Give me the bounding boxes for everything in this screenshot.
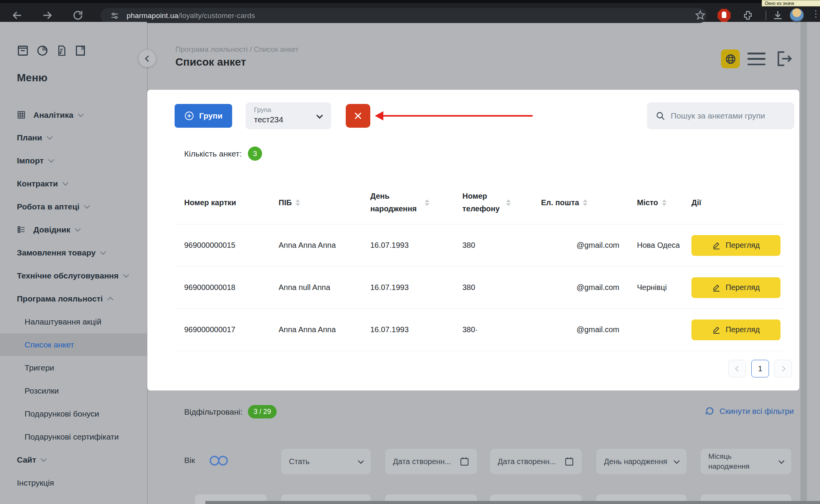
sidebar-collapse-button[interactable] — [139, 50, 156, 67]
profile-avatar[interactable] — [790, 8, 804, 22]
sidebar-item-label: Подарункові сертифікати — [25, 432, 119, 441]
view-button[interactable]: Перегляд — [691, 235, 780, 256]
sidebar-item-pharmacy-work[interactable]: Робота в аптеці — [0, 195, 147, 218]
search-input[interactable] — [671, 111, 786, 120]
column-header-name[interactable]: ПІБ — [279, 196, 370, 209]
pagination-prev-button[interactable] — [728, 360, 746, 377]
sort-icon[interactable] — [662, 199, 667, 206]
horizontal-scrollbar[interactable] — [205, 501, 820, 504]
sidebar-item-label: Замовлення товару — [17, 248, 96, 257]
book-icon[interactable] — [74, 44, 86, 57]
birth-month-filter[interactable]: Місяць народження — [701, 449, 791, 474]
table-row: 969000000017 Anna Anna Anna 16.07.1993 3… — [175, 309, 785, 351]
pagination-next-button[interactable] — [774, 360, 792, 377]
infinity-icon[interactable] — [208, 454, 229, 467]
gender-filter-label: Стать — [289, 457, 310, 466]
url-bar[interactable]: pharmapoint.ua/loyalty/customer-cards — [101, 8, 707, 23]
sidebar-item-customer-cards[interactable]: Список анкет — [0, 333, 147, 356]
cell-birthday: 16.07.1993 — [370, 325, 462, 334]
created-date-from-filter[interactable]: Дата створенн... — [385, 449, 477, 474]
created-date-to-filter[interactable]: Дата створенн... — [490, 449, 582, 474]
table-row: 969000000018 Anna null Anna 16.07.1993 3… — [175, 267, 785, 309]
sidebar-item-gift-certificates[interactable]: Подарункові сертифікати — [0, 425, 147, 448]
count-row: Кількість анкет: 3 — [184, 147, 262, 161]
extensions-icon[interactable] — [742, 10, 754, 21]
chevron-down-icon — [674, 458, 680, 464]
reload-icon[interactable] — [72, 10, 84, 21]
sidebar-item-label: Контракти — [17, 179, 58, 188]
column-header-email[interactable]: Ел. пошта — [541, 196, 637, 209]
menu-toggle-button[interactable] — [747, 53, 766, 65]
sidebar-item-triggers[interactable]: Тригери — [0, 356, 147, 379]
cell-card-number: 969000000018 — [184, 283, 279, 292]
sidebar-item-directory[interactable]: Довідник — [0, 218, 147, 241]
document-icon[interactable] — [56, 44, 67, 57]
url-text: pharmapoint.ua/loyalty/customer-cards — [127, 12, 255, 20]
sidebar-item-plans[interactable]: Плани — [0, 126, 147, 149]
vertical-scrollbar[interactable] — [800, 22, 807, 501]
sort-icon[interactable] — [425, 199, 429, 206]
sidebar-item-maintenance[interactable]: Технічне обслуговування — [0, 264, 147, 287]
column-header-birthday[interactable]: День народження — [370, 190, 462, 215]
sidebar-item-site[interactable]: Сайт — [0, 448, 147, 471]
created-to-label: Дата створенн... — [498, 457, 556, 466]
sidebar-item-label: Аналітика — [33, 110, 73, 120]
archive-icon[interactable] — [17, 44, 29, 57]
group-select-label: Група — [254, 106, 323, 114]
reset-filters-link[interactable]: Скинути всі фільтри — [705, 406, 794, 416]
group-select[interactable]: Група тест234 — [246, 102, 331, 129]
chevron-down-icon — [46, 133, 53, 140]
sidebar-item-import[interactable]: Імпорт — [0, 149, 147, 172]
sidebar-item-label: Розсилки — [25, 386, 59, 395]
sidebar-item-instruction[interactable]: Інструкція — [0, 471, 147, 494]
calendar-icon — [460, 456, 469, 467]
pie-chart-icon[interactable] — [36, 44, 49, 57]
filtered-label: Відфільтровані: — [184, 407, 243, 417]
sidebar-item-mailings[interactable]: Розсилки — [0, 379, 147, 402]
sidebar-item-analytics[interactable]: Аналітика — [0, 104, 147, 126]
birth-day-label: День народження — [604, 457, 667, 466]
arrowhead — [375, 111, 383, 120]
sidebar-item-gift-bonuses[interactable]: Подарункові бонуси — [0, 402, 147, 425]
cell-card-number: 969000000017 — [184, 325, 279, 334]
sidebar-item-contracts[interactable]: Контракти — [0, 172, 147, 195]
cell-name: Anna null Anna — [279, 283, 370, 292]
forward-icon[interactable] — [41, 10, 53, 21]
language-globe-button[interactable] — [721, 49, 740, 68]
sidebar: Меню Аналітика Плани Імпорт Контракти Ро… — [0, 22, 147, 504]
sidebar-item-goods-order[interactable]: Замовлення товару — [0, 241, 147, 264]
view-button[interactable]: Перегляд — [691, 320, 780, 340]
column-header-city[interactable]: Місто — [637, 196, 691, 209]
chevron-down-icon — [84, 203, 90, 209]
pagination-page-1[interactable]: 1 — [751, 360, 769, 377]
column-header-phone[interactable]: Номер телефону — [462, 190, 541, 215]
sidebar-item-label: Робота в аптеці — [17, 202, 79, 211]
sidebar-item-label: Налаштування акцій — [25, 317, 101, 326]
age-filter-label: Вік — [184, 456, 195, 465]
page-title: Список анкет — [175, 56, 246, 68]
site-info-icon[interactable] — [110, 11, 120, 21]
sort-icon[interactable] — [583, 199, 587, 206]
browser-menu-icon[interactable]: ⋮ — [811, 8, 820, 19]
download-icon[interactable] — [772, 10, 784, 21]
adblock-icon[interactable] — [718, 9, 731, 22]
chevron-down-icon — [78, 111, 84, 117]
sort-icon[interactable] — [295, 199, 300, 206]
birth-day-filter[interactable]: День народження — [596, 449, 686, 474]
sidebar-item-promo-settings[interactable]: Налаштування акцій — [0, 310, 147, 333]
sort-icon[interactable] — [506, 199, 511, 206]
search-box[interactable] — [647, 102, 794, 129]
logout-button[interactable] — [775, 49, 792, 69]
cell-birthday: 16.07.1993 — [370, 283, 462, 292]
chevron-down-icon — [123, 272, 129, 278]
back-icon[interactable] — [12, 10, 23, 21]
bookmark-star-icon[interactable] — [695, 10, 706, 21]
view-button[interactable]: Перегляд — [691, 277, 780, 298]
groups-button[interactable]: Групи — [175, 104, 232, 128]
gender-filter[interactable]: Стать — [281, 449, 371, 474]
sidebar-item-label: Інструкція — [17, 478, 54, 488]
clear-group-button[interactable] — [346, 104, 370, 128]
sidebar-item-loyalty-program[interactable]: Програма лояльності — [0, 287, 147, 310]
edit-pencil-icon — [712, 326, 721, 334]
column-header-card-number[interactable]: Номер картки — [184, 196, 279, 209]
